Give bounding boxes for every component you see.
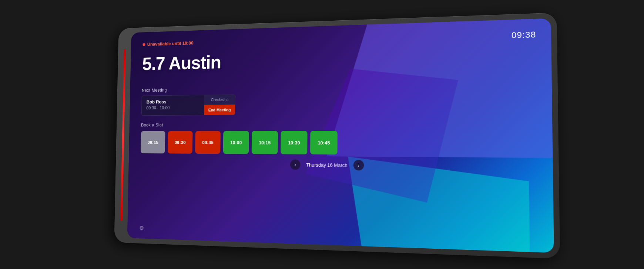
slot-button-1000[interactable]: 10:00 bbox=[223, 131, 249, 154]
clock-display: 09:38 bbox=[511, 30, 536, 40]
slot-button-0930[interactable]: 09:30 bbox=[168, 131, 193, 153]
tablet-device: Unavailable until 10:00 09:38 5.7 Austin… bbox=[114, 13, 560, 259]
scene: Unavailable until 10:00 09:38 5.7 Austin… bbox=[0, 0, 644, 269]
slot-button-0945[interactable]: 09:45 bbox=[195, 131, 221, 154]
red-accent-strip bbox=[120, 49, 126, 221]
status-bar: Unavailable until 10:00 bbox=[142, 40, 193, 47]
end-meeting-button[interactable]: End Meeting bbox=[204, 105, 235, 115]
slots-container: 09:1509:3009:4510:0010:1510:3010:45 bbox=[141, 130, 538, 156]
settings-icon[interactable]: ⚙ bbox=[139, 225, 144, 232]
meeting-actions: Checked In End Meeting bbox=[204, 95, 235, 115]
screen: Unavailable until 10:00 09:38 5.7 Austin… bbox=[127, 18, 554, 253]
navigation-bar: ‹ Thursday 16 March › bbox=[140, 158, 538, 173]
meeting-time-range: 09:30 - 10:00 bbox=[146, 105, 199, 110]
slot-button-1030[interactable]: 10:30 bbox=[281, 131, 307, 154]
meeting-card: Bob Ross 09:30 - 10:00 Checked In End Me… bbox=[141, 94, 235, 116]
checked-in-badge: Checked In bbox=[204, 95, 235, 105]
next-meeting-label: Next Meeting bbox=[142, 82, 537, 93]
current-date: Thursday 16 March bbox=[306, 162, 348, 168]
meeting-organizer: Bob Ross bbox=[147, 99, 200, 105]
next-date-button[interactable]: › bbox=[353, 160, 364, 171]
tablet-bezel: Unavailable until 10:00 09:38 5.7 Austin… bbox=[127, 18, 554, 253]
status-dot bbox=[142, 43, 145, 46]
screen-content: Unavailable until 10:00 09:38 5.7 Austin… bbox=[127, 18, 554, 253]
slot-button-1045[interactable]: 10:45 bbox=[310, 131, 338, 154]
book-slot-section: Book a Slot 09:1509:3009:4510:0010:1510:… bbox=[141, 121, 538, 156]
next-meeting-section: Next Meeting Bob Ross 09:30 - 10:00 Chec… bbox=[141, 82, 537, 123]
prev-date-button[interactable]: ‹ bbox=[290, 159, 301, 170]
slot-button-0915[interactable]: 09:15 bbox=[141, 131, 165, 154]
status-text: Unavailable until 10:00 bbox=[147, 40, 194, 47]
slot-button-1015[interactable]: 10:15 bbox=[252, 131, 278, 154]
meeting-info: Bob Ross 09:30 - 10:00 bbox=[142, 95, 204, 116]
